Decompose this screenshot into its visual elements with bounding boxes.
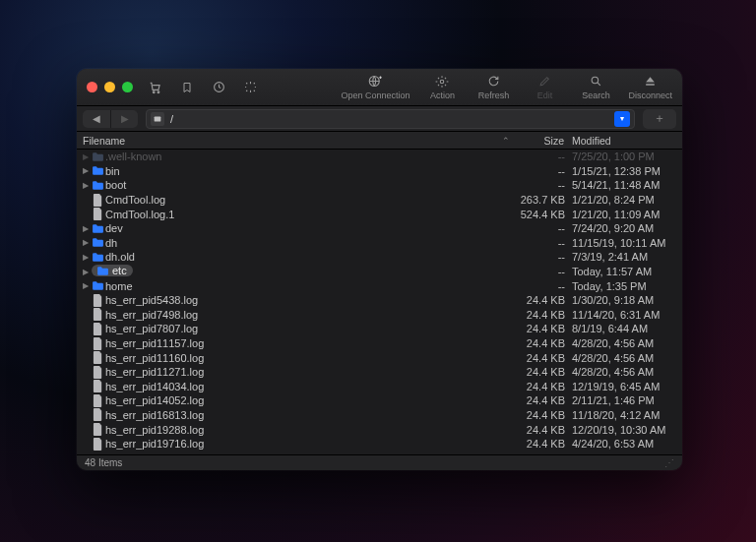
file-modified: 4/28/20, 4:56 AM <box>572 352 682 364</box>
file-row[interactable]: hs_err_pid7807.log24.4 KB8/1/19, 6:44 AM <box>77 322 682 336</box>
disclosure-triangle-icon[interactable]: ▶ <box>81 238 91 247</box>
refresh-icon <box>487 75 500 89</box>
file-size: 24.4 KB <box>511 438 572 450</box>
file-icon <box>91 366 104 378</box>
nav-back-button[interactable]: ◀ <box>83 110 110 128</box>
disclosure-triangle-icon[interactable]: ▶ <box>81 166 91 175</box>
file-size: 24.4 KB <box>511 294 572 306</box>
file-row[interactable]: hs_err_pid19716.log24.4 KB4/24/20, 6:53 … <box>77 437 682 452</box>
file-row[interactable]: hs_err_pid14052.log24.4 KB2/11/21, 1:46 … <box>77 393 682 408</box>
file-modified: 8/1/19, 6:44 AM <box>572 323 682 334</box>
file-row[interactable]: hs_err_pid14034.log24.4 KB12/19/19, 6:45… <box>77 380 682 394</box>
path-field[interactable]: / ▾ <box>146 109 635 129</box>
gear-icon <box>435 75 449 89</box>
cart-icon[interactable] <box>149 81 162 94</box>
action-button[interactable]: Action <box>423 75 461 100</box>
search-label: Search <box>582 90 610 100</box>
file-size: 24.4 KB <box>511 381 572 392</box>
nav-forward-button[interactable]: ▶ <box>110 110 138 128</box>
open-connection-button[interactable]: Open Connection <box>341 75 410 100</box>
refresh-button[interactable]: Refresh <box>474 75 512 100</box>
file-icon <box>91 424 104 436</box>
file-size: -- <box>511 237 572 249</box>
disconnect-button[interactable]: Disconnect <box>628 75 672 100</box>
file-name: hs_err_pid11157.log <box>104 337 511 349</box>
file-row[interactable]: ▶bin--1/15/21, 12:38 PM <box>77 164 682 179</box>
disclosure-triangle-icon[interactable]: ▶ <box>81 224 91 233</box>
folder-icon <box>91 165 104 177</box>
file-name: hs_err_pid19716.log <box>104 438 511 450</box>
tool-icon[interactable] <box>243 81 257 94</box>
file-icon <box>91 294 104 306</box>
file-size: -- <box>511 280 572 292</box>
history-icon[interactable] <box>212 81 225 94</box>
bookmark-icon[interactable] <box>180 81 194 94</box>
resize-grip-icon[interactable]: ⋰ <box>664 457 674 468</box>
app-window: Open Connection Action Refresh Edit Sear… <box>77 69 682 470</box>
file-size: -- <box>511 179 572 191</box>
file-row[interactable]: hs_err_pid11271.log24.4 KB4/28/20, 4:56 … <box>77 365 682 380</box>
search-button[interactable]: Search <box>577 75 614 100</box>
file-row[interactable]: CmdTool.log.1524.4 KB1/21/20, 11:09 AM <box>77 207 682 221</box>
file-name: boot <box>104 179 511 191</box>
file-size: 24.4 KB <box>511 366 572 378</box>
file-name: hs_err_pid5438.log <box>104 294 511 306</box>
pencil-icon <box>538 75 551 89</box>
disclosure-triangle-icon[interactable]: ▶ <box>81 253 91 262</box>
file-modified: 4/24/20, 6:53 AM <box>572 438 682 450</box>
file-row[interactable]: ▶home--Today, 1:35 PM <box>77 278 682 293</box>
disclosure-triangle-icon[interactable]: ▶ <box>81 268 91 276</box>
add-button[interactable]: ＋ <box>643 109 676 129</box>
item-count: 48 Items <box>85 457 122 468</box>
file-size: 24.4 KB <box>511 394 572 406</box>
minimize-window-button[interactable] <box>104 82 115 92</box>
svg-point-0 <box>153 90 155 92</box>
file-icon <box>91 209 104 220</box>
file-size: 24.4 KB <box>511 309 572 321</box>
file-list[interactable]: ▶.well-known--7/25/20, 1:00 PM▶bin--1/15… <box>77 150 682 454</box>
file-icon <box>91 337 104 349</box>
file-row[interactable]: ▶boot--5/14/21, 11:48 AM <box>77 178 682 193</box>
sort-indicator-icon[interactable]: ⌃ <box>499 136 513 146</box>
file-icon <box>91 194 104 206</box>
file-row[interactable]: hs_err_pid11157.log24.4 KB4/28/20, 4:56 … <box>77 336 682 351</box>
disclosure-triangle-icon[interactable]: ▶ <box>81 281 91 290</box>
file-row[interactable]: ▶dh.old--7/3/19, 2:41 AM <box>77 250 682 265</box>
col-modified[interactable]: Modified <box>572 135 682 147</box>
file-row[interactable]: hs_err_pid7498.log24.4 KB11/14/20, 6:31 … <box>77 308 682 323</box>
file-row[interactable]: hs_err_pid16813.log24.4 KB11/18/20, 4:12… <box>77 408 682 423</box>
disclosure-triangle-icon[interactable]: ▶ <box>81 152 91 161</box>
file-modified: 7/24/20, 9:20 AM <box>572 222 682 234</box>
file-row[interactable]: ▶etc--Today, 11:57 AM <box>77 265 682 279</box>
close-window-button[interactable] <box>87 82 97 92</box>
path-dropdown-button[interactable]: ▾ <box>614 111 630 127</box>
file-icon <box>91 352 104 364</box>
eject-icon <box>644 75 657 89</box>
svg-rect-6 <box>155 116 161 121</box>
file-name: hs_err_pid7807.log <box>104 323 511 334</box>
status-bar: 48 Items ⋰ <box>77 454 682 470</box>
file-modified: Today, 11:57 AM <box>572 266 682 277</box>
file-row[interactable]: hs_err_pid19288.log24.4 KB12/20/19, 10:3… <box>77 422 682 437</box>
file-modified: 4/28/20, 4:56 AM <box>572 366 682 378</box>
file-size: 24.4 KB <box>511 337 572 349</box>
file-modified: Today, 1:35 PM <box>572 280 682 292</box>
zoom-window-button[interactable] <box>122 82 133 92</box>
file-name: CmdTool.log.1 <box>104 209 511 220</box>
col-size[interactable]: Size <box>513 135 572 147</box>
file-row[interactable]: hs_err_pid5438.log24.4 KB1/30/20, 9:18 A… <box>77 293 682 308</box>
drive-icon <box>151 112 164 126</box>
disclosure-triangle-icon[interactable]: ▶ <box>81 181 91 190</box>
file-modified: 11/18/20, 4:12 AM <box>572 409 682 421</box>
file-name: home <box>104 280 511 292</box>
file-modified: 5/14/21, 11:48 AM <box>572 179 682 191</box>
file-row[interactable]: ▶.well-known--7/25/20, 1:00 PM <box>77 150 682 164</box>
toolbar-actions: Open Connection Action Refresh Edit Sear… <box>341 75 672 100</box>
file-row[interactable]: CmdTool.log263.7 KB1/21/20, 8:24 PM <box>77 193 682 208</box>
file-icon <box>91 381 104 392</box>
file-row[interactable]: ▶dev--7/24/20, 9:20 AM <box>77 221 682 236</box>
file-row[interactable]: ▶dh--11/15/19, 10:11 AM <box>77 236 682 251</box>
col-filename[interactable]: Filename <box>83 135 499 147</box>
file-row[interactable]: hs_err_pid11160.log24.4 KB4/28/20, 4:56 … <box>77 350 682 365</box>
svg-point-5 <box>592 77 598 84</box>
